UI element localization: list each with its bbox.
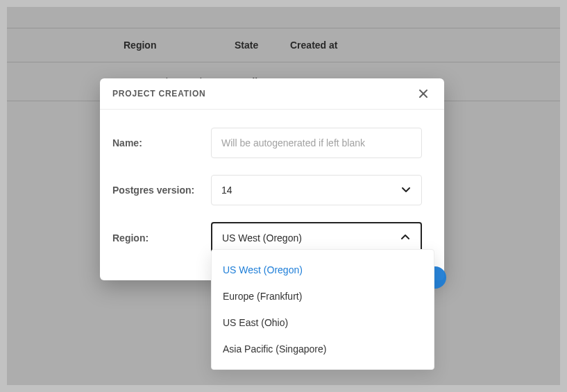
modal-header: PROJECT CREATION <box>100 78 444 110</box>
postgres-version-value: 14 <box>221 185 232 196</box>
close-button[interactable] <box>415 85 432 102</box>
form-row-postgres-version: Postgres version: 14 <box>112 175 422 205</box>
postgres-version-select[interactable]: 14 <box>211 175 422 205</box>
region-options-list: US West (Oregon) Europe (Frankfurt) US E… <box>211 249 434 370</box>
chevron-down-icon <box>400 184 412 197</box>
region-label: Region: <box>112 232 211 244</box>
col-header-state: State <box>235 40 290 51</box>
col-header-created: Created at <box>290 40 429 51</box>
table-header-row: Region State Created at <box>7 28 560 62</box>
modal-title: PROJECT CREATION <box>112 89 206 99</box>
name-input[interactable] <box>211 128 422 158</box>
form-row-name: Name: <box>112 128 422 158</box>
region-value: US West (Oregon) <box>222 232 302 244</box>
region-option-us-east-ohio[interactable]: US East (Ohio) <box>212 309 434 336</box>
chevron-up-icon <box>400 232 411 245</box>
col-header-region: Region <box>7 40 235 51</box>
postgres-version-label: Postgres version: <box>112 185 211 196</box>
close-icon <box>418 91 429 101</box>
region-option-europe-frankfurt[interactable]: Europe (Frankfurt) <box>212 283 434 309</box>
region-option-asia-pacific-singapore[interactable]: Asia Pacific (Singapore) <box>212 336 434 362</box>
name-label: Name: <box>112 137 211 148</box>
region-option-us-west-oregon[interactable]: US West (Oregon) <box>212 257 434 283</box>
